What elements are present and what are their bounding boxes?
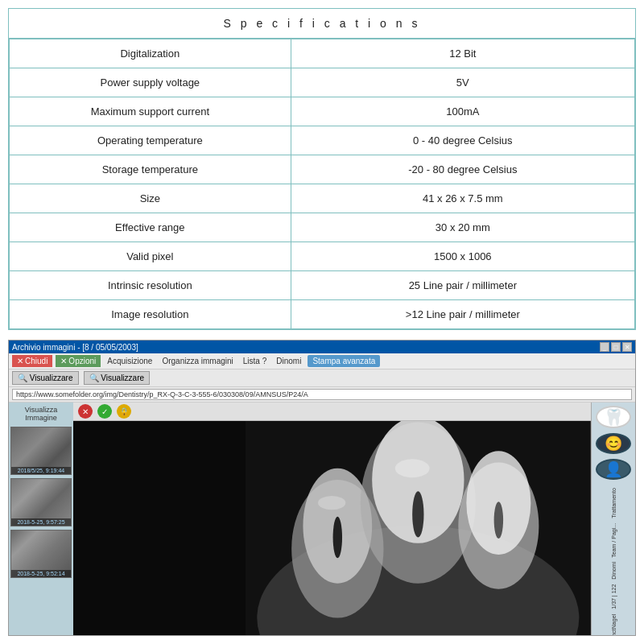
panel-label: Visualizza Immagine bbox=[10, 404, 72, 423]
image-controls-bar: ✕ ✓ 🔒 bbox=[73, 402, 591, 421]
close-icon: ✕ bbox=[17, 357, 23, 365]
visualize-btn-1[interactable]: 🔍 Visualizzare bbox=[12, 371, 79, 385]
spec-value: 5V bbox=[291, 68, 634, 97]
tab-organizza[interactable]: Organizza immagini bbox=[159, 355, 236, 367]
close-btn[interactable]: ✕ bbox=[622, 342, 632, 352]
spec-label: Effective range bbox=[10, 213, 291, 242]
thumbnail-2[interactable]: 2018-5-25, 9:57:25 bbox=[10, 478, 72, 526]
thumbnail-date-2: 2018-5-25, 9:57:25 bbox=[11, 518, 71, 526]
svg-point-12 bbox=[318, 496, 345, 510]
spec-label: Maximum support current bbox=[10, 97, 291, 126]
title-bar-title: Archivio immagini - [8 / 05/05/2003] bbox=[12, 343, 138, 352]
spec-label: Intrinsic resolution bbox=[10, 271, 291, 300]
face-icon[interactable]: 😊 bbox=[596, 433, 631, 454]
options-icon: ✕ bbox=[60, 357, 67, 365]
svg-point-10 bbox=[494, 502, 503, 539]
specs-row: Intrinsic resolution25 Line pair / milli… bbox=[10, 271, 635, 300]
svg-point-11 bbox=[395, 459, 430, 477]
spec-value: 100mA bbox=[291, 97, 634, 126]
specs-row: Maximum support current100mA bbox=[10, 97, 635, 126]
url-bar-container: https://www.somefolder.org/img/Dentistry… bbox=[9, 387, 635, 402]
software-area: Archivio immagini - [8 / 05/05/2003] _ □… bbox=[8, 340, 636, 636]
label-5: Trattamento bbox=[611, 488, 617, 518]
xray-svg bbox=[246, 421, 591, 635]
svg-point-8 bbox=[413, 491, 424, 537]
spec-value: 1500 x 1006 bbox=[291, 242, 634, 271]
spec-label: Power supply voltage bbox=[10, 68, 291, 97]
visualize-btn-2[interactable]: 🔍 Visualizzare bbox=[84, 371, 151, 385]
teeth-icon[interactable]: 🦷 bbox=[596, 406, 631, 428]
xray-view bbox=[73, 421, 591, 635]
svg-point-9 bbox=[333, 517, 342, 558]
thumbnail-3[interactable]: 2018-5-25, 9:52:14 bbox=[10, 530, 72, 578]
spec-value: -20 - 80 degree Celsius bbox=[291, 155, 634, 184]
visualize-icon-1: 🔍 bbox=[18, 374, 27, 382]
toolbar: 🔍 Visualizzare 🔍 Visualizzare bbox=[9, 369, 635, 387]
specs-row: Size41 x 26 x 7.5 mm bbox=[10, 184, 635, 213]
right-icon-panel: 🦷 😊 👤 FunctNagel 1/37 | 122 Dinomi Team … bbox=[591, 402, 635, 635]
thumbnail-1[interactable]: 2018/5/25, 9:19:44 bbox=[10, 427, 72, 475]
tab-acquisizione[interactable]: Acquisizione bbox=[104, 355, 155, 367]
options-button[interactable]: ✕ Opzioni bbox=[56, 355, 101, 367]
tab-stampa[interactable]: Stampa avanzata bbox=[308, 355, 380, 367]
specs-row: Power supply voltage5V bbox=[10, 68, 635, 97]
spec-label: Storage temperature bbox=[10, 155, 291, 184]
spec-label: Digitalization bbox=[10, 39, 291, 68]
spec-value: 0 - 40 degree Celsius bbox=[291, 126, 634, 155]
label-4: Team / Pagi... bbox=[611, 522, 617, 557]
visualize-icon-2: 🔍 bbox=[89, 374, 99, 382]
ctrl-lock-btn[interactable]: 🔒 bbox=[117, 404, 131, 419]
spec-label: Valid pixel bbox=[10, 242, 291, 271]
xray-left-panel bbox=[73, 421, 246, 635]
tab-dinomi[interactable]: Dinomi bbox=[273, 355, 304, 367]
label-2: 1/37 | 122 bbox=[611, 584, 617, 609]
thumbnail-date-3: 2018-5-25, 9:52:14 bbox=[11, 570, 71, 577]
minimize-btn[interactable]: _ bbox=[600, 342, 609, 352]
image-view-area: ✕ ✓ 🔒 bbox=[73, 402, 591, 635]
specs-row: Effective range30 x 20 mm bbox=[10, 213, 635, 242]
specs-row: Operating temperature0 - 40 degree Celsi… bbox=[10, 126, 635, 155]
close-button[interactable]: ✕ Chiudi bbox=[12, 355, 52, 367]
thumbnail-date-1: 2018/5/25, 9:19:44 bbox=[11, 467, 71, 474]
specs-row: Image resolution>12 Line pair / millimet… bbox=[10, 300, 635, 329]
main-content: Visualizza Immagine 2018/5/25, 9:19:44 2… bbox=[9, 402, 635, 635]
label-3: Dinomi bbox=[611, 562, 617, 580]
vertical-labels: FunctNagel 1/37 | 122 Dinomi Team / Pagi… bbox=[611, 488, 617, 635]
ctrl-close-btn[interactable]: ✕ bbox=[78, 404, 93, 419]
specs-container: S p e c i f i c a t i o n s Digitalizati… bbox=[8, 8, 636, 330]
specs-table: Digitalization12 BitPower supply voltage… bbox=[9, 39, 635, 329]
profile-icon[interactable]: 👤 bbox=[596, 459, 631, 480]
maximize-btn[interactable]: □ bbox=[611, 342, 621, 352]
label-1: FunctNagel 1/37 | 122 Dinomi Team / Pagi… bbox=[611, 488, 617, 635]
ctrl-check-btn[interactable]: ✓ bbox=[97, 404, 112, 419]
tab-lista[interactable]: Lista ? bbox=[240, 355, 270, 367]
page-wrapper: S p e c i f i c a t i o n s Digitalizati… bbox=[0, 0, 644, 644]
specs-row: Digitalization12 Bit bbox=[10, 39, 635, 68]
spec-label: Image resolution bbox=[10, 300, 291, 329]
spec-label: Size bbox=[10, 184, 291, 213]
spec-value: 25 Line pair / millimeter bbox=[291, 271, 634, 300]
spec-value: 12 Bit bbox=[291, 39, 634, 68]
thumbnail-panel: Visualizza Immagine 2018/5/25, 9:19:44 2… bbox=[9, 402, 73, 635]
spec-value: >12 Line pair / millimeter bbox=[291, 300, 634, 329]
spec-value: 41 x 26 x 7.5 mm bbox=[291, 184, 634, 213]
spec-label: Operating temperature bbox=[10, 126, 291, 155]
specs-title: S p e c i f i c a t i o n s bbox=[9, 9, 635, 39]
title-bar-controls: _ □ ✕ bbox=[600, 342, 632, 352]
menu-bar: ✕ Chiudi ✕ Opzioni Acquisizione Organizz… bbox=[9, 353, 635, 369]
specs-row: Storage temperature-20 - 80 degree Celsi… bbox=[10, 155, 635, 184]
specs-row: Valid pixel1500 x 1006 bbox=[10, 242, 635, 271]
url-bar[interactable]: https://www.somefolder.org/img/Dentistry… bbox=[12, 389, 632, 400]
spec-value: 30 x 20 mm bbox=[291, 213, 634, 242]
title-bar: Archivio immagini - [8 / 05/05/2003] _ □… bbox=[9, 341, 635, 353]
xray-right-panel bbox=[246, 421, 591, 635]
